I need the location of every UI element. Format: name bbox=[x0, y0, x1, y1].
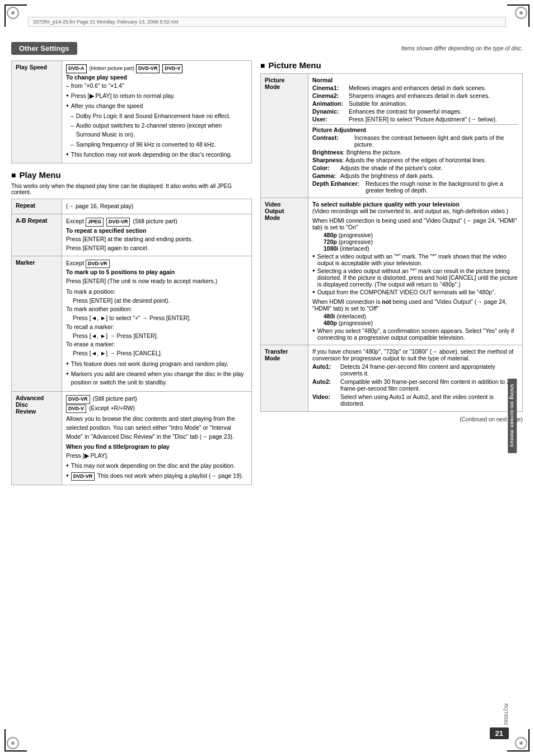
transfer-mode-content: If you have chosen "480p", "720p" or "10… bbox=[308, 345, 523, 412]
gamma-name: Gamma: bbox=[312, 172, 340, 179]
badge-jpeg: JPEG bbox=[86, 218, 104, 227]
play-speed-bullet-1-text: Press [▶ PLAY] to return to normal play. bbox=[71, 92, 175, 101]
adv-find-title: When you find a title/program to play bbox=[66, 443, 170, 450]
page-header: Other Settings Items shown differ depend… bbox=[11, 42, 523, 55]
picture-divider bbox=[312, 124, 518, 125]
file-info-text: 3372fm_p14-25.fm Page 21 Monday, Februar… bbox=[33, 19, 179, 25]
play-menu-section-header: Play Menu bbox=[11, 170, 252, 180]
left-column: Play Speed DVD-A (Motion picture part) D… bbox=[11, 60, 252, 485]
play-speed-bullet-2-text: After you change the speed bbox=[71, 102, 143, 111]
side-tab: Using on-screen menus bbox=[508, 379, 517, 453]
hdmi-bullet-2: Selecting a video output without an "*" … bbox=[312, 267, 518, 288]
option-480p-prog: 480p (progressive) bbox=[324, 232, 518, 238]
depth-name: Depth Enhancer: bbox=[312, 180, 366, 194]
play-speed-badges: DVD-A (Motion picture part) DVD-VR DVD-V bbox=[66, 64, 247, 73]
picture-menu-header: Picture Menu bbox=[260, 60, 523, 70]
video-output-content: To select suitable picture quality with … bbox=[308, 198, 523, 345]
picture-mode-content: Normal Cinema1: Mellows images and enhan… bbox=[308, 74, 523, 198]
play-speed-row: Play Speed DVD-A (Motion picture part) D… bbox=[12, 61, 252, 163]
depth-desc: Reduces the rough noise in the backgroun… bbox=[366, 180, 518, 194]
dynamic-name: Dynamic: bbox=[312, 108, 349, 115]
ab-repeat-content: Except JPEG DVD-VR (Still picture part) … bbox=[62, 214, 252, 256]
corner-circle-bl bbox=[7, 737, 19, 749]
play-menu-intro: This works only when the elapsed play ti… bbox=[11, 183, 252, 195]
play-speed-bullet-2: After you change the speed bbox=[66, 102, 247, 111]
badge-dvd-vr-3: DVD-VR bbox=[86, 260, 110, 269]
ab-repeat-title: To repeat a specified section bbox=[66, 227, 146, 234]
hdmi-off-bullet-1-text: When you select "480p", a confirmation s… bbox=[317, 327, 518, 341]
marker-bullet-2: Markers you add are cleared when you cha… bbox=[66, 370, 247, 388]
advanced-disc-row: AdvancedDiscReview DVD-VR (Still picture… bbox=[12, 392, 252, 485]
gamma-desc: Adjusts the brightness of dark parts. bbox=[340, 172, 434, 179]
marker-to-erase: To erase a marker: bbox=[66, 340, 247, 349]
hdmi-on-title: When HDMI connection is being used and "… bbox=[312, 217, 518, 231]
marker-to-mark2: To mark another position: bbox=[66, 305, 247, 314]
corner-circle-br bbox=[515, 737, 527, 749]
hdmi-off-bullet-1: When you select "480p", a confirmation s… bbox=[312, 327, 518, 341]
video-output-label: VideoOutputMode bbox=[261, 198, 308, 345]
transfer-mode-label: TransferMode bbox=[261, 345, 308, 412]
option-720p-prog: 720p (progressive) bbox=[324, 238, 518, 245]
marker-bullet-1: This feature does not work during progra… bbox=[66, 360, 247, 369]
ab-repeat-badges: Except JPEG DVD-VR (Still picture part) bbox=[66, 217, 247, 227]
picture-menu-table: PictureMode Normal Cinema1: Mellows imag… bbox=[260, 73, 523, 412]
option-1080i-inter: 1080i (interlaced) bbox=[324, 245, 518, 252]
right-column: Picture Menu PictureMode Normal Cinema1:… bbox=[260, 60, 523, 485]
hdmi-off-title: When HDMI connection is not being used a… bbox=[312, 298, 518, 312]
ab-repeat-label: A-B Repeat bbox=[12, 214, 62, 256]
marker-line1: Press [ENTER] (The unit is now ready to … bbox=[66, 277, 247, 286]
hdmi-bullet-3-text: Output from the COMPONENT VIDEO OUT term… bbox=[317, 289, 496, 295]
adv-badges: DVD-VR (Still picture part) bbox=[66, 395, 247, 404]
play-speed-dash-2-text: Audio output switches to 2-channel stere… bbox=[76, 121, 247, 139]
repeat-content: (→ page 16, Repeat play) bbox=[62, 199, 252, 214]
adv-bullet-1-text: This may not work depending on the disc … bbox=[71, 462, 235, 471]
user-row: User: Press [ENTER] to select "Picture A… bbox=[312, 116, 518, 123]
option-480p-prog2: 480p (progressive) bbox=[324, 320, 518, 326]
video-mode-row: Video: Select when using Auto1 or Auto2,… bbox=[312, 393, 518, 407]
badge-dvd-vr: DVD-VR bbox=[136, 64, 160, 73]
auto2-row: Auto2: Compatible with 30 frame-per-seco… bbox=[312, 378, 518, 392]
color-name: Color: bbox=[312, 165, 340, 171]
advanced-disc-content: DVD-VR (Still picture part) DVD-V (Excep… bbox=[62, 392, 252, 485]
rqt-code: RQT8582 bbox=[503, 703, 509, 725]
hdmi-bullet-3: Output from the COMPONENT VIDEO OUT term… bbox=[312, 289, 518, 295]
transfer-intro: If you have chosen "480p", "720p" or "10… bbox=[312, 348, 518, 361]
depth-row: Depth Enhancer: Reduces the rough noise … bbox=[312, 180, 518, 194]
picture-mode-row: PictureMode Normal Cinema1: Mellows imag… bbox=[261, 74, 523, 198]
marker-indent-2: Press [◄, ►] to select "+" → Press [ENTE… bbox=[66, 314, 247, 323]
video-mode-name: Video: bbox=[312, 393, 340, 407]
cinema2-desc: Sharpens images and enhances detail in d… bbox=[349, 92, 490, 99]
user-name: User: bbox=[312, 116, 349, 123]
normal-label: Normal bbox=[312, 77, 332, 83]
dynamic-row: Dynamic: Enhances the contrast for power… bbox=[312, 108, 518, 115]
marker-indent-4: Press [◄, ►] → Press [CANCEL]. bbox=[66, 349, 247, 358]
play-speed-dash-2: Audio output switches to 2-channel stere… bbox=[66, 121, 247, 139]
contrast-name: Contrast: bbox=[312, 134, 354, 148]
corner-circle-tr bbox=[515, 7, 527, 19]
hdmi-bullet-1: Select a video output with an "*" mark. … bbox=[312, 253, 518, 266]
motion-picture-note: (Motion picture part) bbox=[89, 65, 134, 71]
animation-desc: Suitable for animation. bbox=[349, 100, 407, 107]
advanced-disc-label: AdvancedDiscReview bbox=[12, 392, 62, 485]
hdmi-bullet-2-text: Selecting a video output without an "*" … bbox=[317, 267, 518, 288]
hdmi-on-options: 480p (progressive) 720p (progressive) 10… bbox=[312, 232, 518, 252]
play-speed-content: DVD-A (Motion picture part) DVD-VR DVD-V… bbox=[62, 61, 252, 163]
auto1-row: Auto1: Detects 24 frame-per-second film … bbox=[312, 363, 518, 377]
color-row: Color: Adjusts the shade of the picture'… bbox=[312, 165, 518, 171]
corner-circle-tl bbox=[7, 7, 19, 19]
video-mode-desc: Select when using Auto1 or Auto2, and th… bbox=[340, 393, 518, 407]
auto2-name: Auto2: bbox=[312, 378, 340, 392]
play-speed-title: To change play speed bbox=[66, 74, 127, 81]
ab-repeat-line1: Press [ENTER] at the starting and ending… bbox=[66, 235, 247, 244]
adv-bullet-2-text: DVD-VR This does not work when playing a… bbox=[71, 472, 243, 481]
contrast-desc: Increases the contrast between light and… bbox=[354, 134, 518, 148]
badge-dvd-vr-5: DVD-VR bbox=[71, 472, 95, 481]
file-info-bar: 3372fm_p14-25.fm Page 21 Monday, Februar… bbox=[28, 17, 506, 27]
auto1-desc: Detects 24 frame-per-second film content… bbox=[340, 363, 518, 377]
cinema1-row: Cinema1: Mellows images and enhances det… bbox=[312, 84, 518, 91]
marker-indent-3: Press [◄, ►] → Press [ENTER]. bbox=[66, 332, 247, 341]
picture-mode-label: PictureMode bbox=[261, 74, 308, 198]
play-menu-title: Play Menu bbox=[19, 170, 60, 180]
tv-note: (Video recordings will be converted to, … bbox=[312, 208, 518, 214]
gamma-row: Gamma: Adjusts the brightness of dark pa… bbox=[312, 172, 518, 179]
